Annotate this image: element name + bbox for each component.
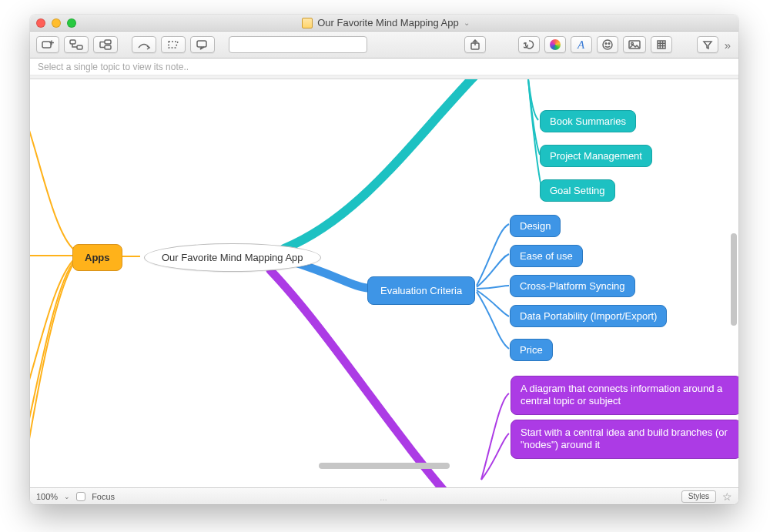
node-definition[interactable]: A diagram that connects information arou… (511, 376, 738, 415)
chevron-down-icon: ⌄ (464, 18, 470, 27)
node-project-management[interactable]: Project Management (540, 145, 652, 167)
node-goal-setting[interactable]: Goal Setting (540, 179, 615, 202)
grid-button[interactable] (651, 36, 672, 53)
note-bar[interactable]: Select a single topic to view its note.. (30, 59, 738, 75)
share-button[interactable] (464, 36, 486, 53)
node-book-summaries[interactable]: Book Summaries (540, 110, 636, 132)
node-cross-platform-syncing[interactable]: Cross-Platform Syncing (510, 275, 635, 297)
toolbar: A » (30, 32, 738, 59)
styles-button[interactable]: Styles (681, 490, 716, 503)
svg-point-7 (603, 40, 612, 49)
zoom-level[interactable]: 100% (36, 492, 58, 501)
window-title[interactable]: Our Favorite Mind Mapping App ⌄ (76, 17, 695, 28)
window-controls (36, 18, 76, 28)
node-design[interactable]: Design (510, 215, 561, 237)
new-sibling-button[interactable] (93, 36, 118, 53)
color-wheel-icon (550, 39, 561, 50)
node-price[interactable]: Price (510, 339, 553, 361)
new-child-button[interactable] (64, 36, 89, 53)
image-button[interactable] (623, 36, 646, 53)
document-icon (302, 18, 313, 28)
style-swirl-button[interactable] (518, 36, 540, 53)
note-placeholder: Select a single topic to view its note.. (38, 62, 189, 72)
window-title-text: Our Favorite Mind Mapping App (317, 17, 459, 28)
titlebar: Our Favorite Mind Mapping App ⌄ (30, 15, 738, 32)
svg-point-9 (608, 43, 610, 45)
vertical-scrollbar[interactable] (731, 233, 737, 326)
relationship-button[interactable] (132, 36, 156, 53)
footer-handle-icon[interactable]: … (380, 494, 389, 502)
zoom-icon[interactable] (67, 18, 76, 28)
svg-rect-4 (105, 45, 111, 49)
node-evaluation-criteria[interactable]: Evaluation Criteria (367, 276, 475, 305)
new-topic-button[interactable] (36, 36, 59, 53)
node-center[interactable]: Our Favorite Mind Mapping App (144, 243, 321, 272)
mindmap-canvas[interactable]: Apps Our Favorite Mind Mapping App Evalu… (30, 79, 738, 487)
node-data-portability[interactable]: Data Portability (Import/Export) (510, 305, 667, 327)
minimize-icon[interactable] (52, 18, 61, 28)
svg-point-8 (605, 43, 607, 45)
topic-text-input[interactable] (229, 36, 367, 53)
focus-label: Focus (92, 492, 115, 501)
favorite-icon[interactable]: ☆ (722, 490, 732, 503)
boundary-button[interactable] (161, 36, 186, 53)
node-ease-of-use[interactable]: Ease of use (510, 245, 583, 267)
color-button[interactable] (544, 36, 566, 53)
svg-rect-1 (70, 40, 75, 44)
app-window: Our Favorite Mind Mapping App ⌄ A » Sele… (30, 15, 738, 504)
footer: 100% ⌄ Focus … Styles ☆ (30, 487, 738, 504)
zoom-menu-icon[interactable]: ⌄ (64, 493, 70, 500)
horizontal-scrollbar[interactable] (319, 463, 450, 469)
callout-button[interactable] (190, 36, 215, 53)
overflow-icon[interactable]: » (723, 38, 732, 52)
focus-checkbox[interactable] (76, 492, 85, 501)
emoji-button[interactable] (597, 36, 618, 53)
close-icon[interactable] (36, 18, 45, 28)
svg-rect-3 (105, 40, 111, 44)
filter-button[interactable] (697, 36, 718, 53)
node-apps[interactable]: Apps (72, 244, 122, 271)
node-howto[interactable]: Start with a central idea and build bran… (511, 420, 738, 459)
svg-rect-2 (77, 45, 82, 49)
font-button[interactable]: A (571, 36, 592, 53)
svg-rect-5 (197, 41, 206, 47)
